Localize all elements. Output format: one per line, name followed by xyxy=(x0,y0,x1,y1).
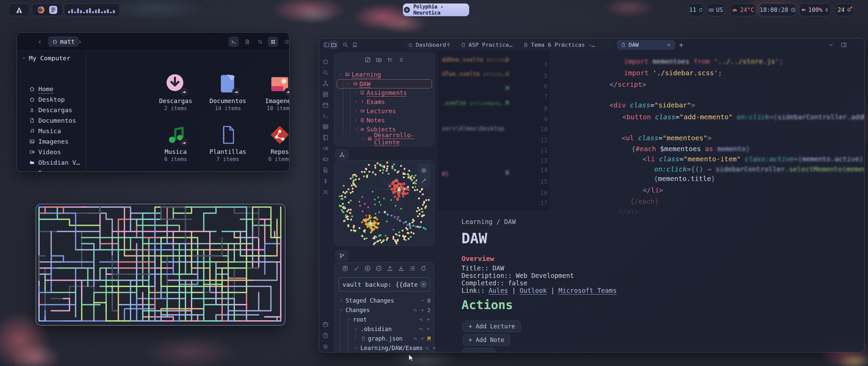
graph-control-button[interactable] xyxy=(420,177,427,184)
tray-clock[interactable]: 18:08:28 xyxy=(760,3,796,16)
git-row[interactable]: root xyxy=(337,315,431,324)
git-row[interactable]: Staged Changes 0 xyxy=(337,296,431,305)
git-toolbar-button[interactable] xyxy=(420,265,427,272)
git-toolbar-button[interactable] xyxy=(353,265,360,272)
ribbon-icon[interactable] xyxy=(322,166,329,174)
explorer-toolbar-button[interactable] xyxy=(376,57,382,63)
document-app-icon[interactable] xyxy=(48,5,58,15)
stage-icon[interactable] xyxy=(426,327,431,331)
ribbon-icon[interactable] xyxy=(322,112,329,120)
graph-view-chip[interactable] xyxy=(335,149,348,160)
launcher-button[interactable] xyxy=(8,3,30,16)
commit-message-input[interactable] xyxy=(339,277,430,291)
editor-tab[interactable]: DAW xyxy=(617,40,675,50)
toolbar-button[interactable] xyxy=(242,37,252,47)
stage-icon[interactable] xyxy=(432,346,437,350)
folder-item[interactable]: Plantillas 7 items xyxy=(208,124,248,162)
ribbon-icon[interactable] xyxy=(322,188,329,196)
action-button-partial[interactable] xyxy=(463,348,495,352)
sidebar-item[interactable]: Imagenes xyxy=(29,137,68,146)
editor-tab[interactable]: Dashboard xyxy=(404,40,455,50)
tabbar-button[interactable] xyxy=(341,40,350,49)
sidebar-item[interactable]: Obsidian V… xyxy=(29,158,80,167)
tabbar-right-button[interactable] xyxy=(839,40,848,49)
git-toolbar-button[interactable] xyxy=(342,265,349,272)
ribbon-icon[interactable] xyxy=(322,80,329,87)
firefox-icon[interactable] xyxy=(37,5,45,14)
folder-item[interactable]: Repos 6 items xyxy=(259,124,290,162)
clear-message-button[interactable] xyxy=(420,281,427,288)
ribbon-icon[interactable] xyxy=(322,134,329,141)
stage-icon[interactable] xyxy=(426,317,431,322)
tray-volume[interactable]: 100% xyxy=(799,3,831,16)
tray-notifications[interactable]: 24 xyxy=(835,3,854,16)
ribbon-icon[interactable] xyxy=(322,123,329,130)
tray-weather[interactable]: 24°C xyxy=(730,3,756,16)
git-toolbar-button[interactable] xyxy=(398,265,405,272)
ribbon-bottom-icon[interactable] xyxy=(322,343,329,350)
note-link[interactable]: Microsoft Teams xyxy=(558,287,617,294)
breadcrumb[interactable]: matt xyxy=(48,36,79,47)
git-toolbar-button[interactable] xyxy=(364,265,371,272)
explorer-row[interactable]: Notes xyxy=(337,116,432,124)
ribbon-icon[interactable] xyxy=(322,90,329,98)
ribbon-icon[interactable] xyxy=(322,156,329,163)
sidebar-item[interactable]: Documentos xyxy=(29,116,76,125)
toolbar-button[interactable] xyxy=(268,37,278,47)
explorer-toolbar-button[interactable] xyxy=(387,57,393,63)
generative-art-window[interactable] xyxy=(36,204,285,326)
tray-keyboard-layout[interactable]: US xyxy=(707,3,725,16)
new-tab-button[interactable]: + xyxy=(677,40,686,49)
explorer-row[interactable]: Exams xyxy=(337,98,432,106)
discard-icon[interactable] xyxy=(413,336,418,341)
ribbon-icon[interactable] xyxy=(322,69,329,76)
nav-forward-button[interactable] xyxy=(75,37,85,47)
toolbar-button[interactable] xyxy=(255,37,265,47)
folder-item[interactable]: Descargas 2 items xyxy=(155,73,196,111)
tab-close-icon[interactable] xyxy=(666,42,672,48)
explorer-row[interactable]: Desarrollo-Cliente xyxy=(337,134,432,143)
discard-icon[interactable] xyxy=(425,346,430,350)
ribbon-icon[interactable] xyxy=(322,177,329,185)
folder-item[interactable]: Musica 6 items xyxy=(155,124,196,162)
ribbon-bottom-icon[interactable] xyxy=(322,332,329,339)
explorer-toolbar-button[interactable] xyxy=(364,57,371,63)
explorer-row[interactable]: Learning xyxy=(337,70,432,79)
folder-item[interactable]: Imagenes 10 items xyxy=(259,73,290,111)
editor-pane[interactable]: ddOne.sveltesrc\co…U dTwo.sveltesrc\co…U… xyxy=(438,51,864,352)
git-row[interactable]: Learning/DAW/Exams xyxy=(337,344,431,352)
media-widget[interactable]: Polyphia - Neurotica xyxy=(403,3,469,16)
editor-tab[interactable]: Tema 6 Prácticas -… xyxy=(519,40,615,50)
unstage-icon[interactable] xyxy=(420,298,425,303)
folder-item[interactable]: Documentos 14 items xyxy=(208,73,248,111)
git-row[interactable]: graph.json M xyxy=(337,334,431,343)
tabbar-button[interactable] xyxy=(329,40,338,49)
sidebar-item[interactable]: Videos xyxy=(29,147,61,156)
editor-tab[interactable]: ASP Practice 6 xyxy=(457,40,517,50)
toolbar-button[interactable] xyxy=(229,37,239,47)
discard-icon[interactable] xyxy=(413,308,418,312)
explorer-row[interactable]: Assignments xyxy=(337,88,432,97)
graph-control-button[interactable] xyxy=(420,167,427,174)
sidebar-item[interactable]: Repos xyxy=(29,168,57,172)
action-button[interactable]: + Add Lecture xyxy=(463,321,521,332)
nav-back-button[interactable] xyxy=(35,37,45,47)
stage-icon[interactable] xyxy=(420,308,425,312)
sidebar-root[interactable]: My Computer xyxy=(22,55,71,62)
tray-updates[interactable]: 11 xyxy=(688,3,704,16)
note-breadcrumb[interactable]: Learning / DAW xyxy=(461,218,516,225)
file-manager-window[interactable]: matt xyxy=(17,32,290,172)
git-toolbar-button[interactable] xyxy=(375,265,382,272)
sidebar-item[interactable]: Desktop xyxy=(29,95,65,104)
git-toolbar-button[interactable] xyxy=(409,265,416,272)
stage-icon[interactable] xyxy=(420,336,425,341)
action-button[interactable]: + Add Note xyxy=(463,334,510,346)
tabbar-right-button[interactable] xyxy=(826,40,835,49)
git-toolbar-button[interactable] xyxy=(387,265,393,272)
explorer-toolbar-button[interactable] xyxy=(398,57,405,63)
tabbar-button[interactable] xyxy=(350,40,359,49)
git-panel-chip[interactable] xyxy=(335,250,348,261)
discard-icon[interactable] xyxy=(419,317,423,322)
ribbon-icon[interactable] xyxy=(322,101,329,109)
note-link[interactable]: Aules xyxy=(489,287,508,294)
